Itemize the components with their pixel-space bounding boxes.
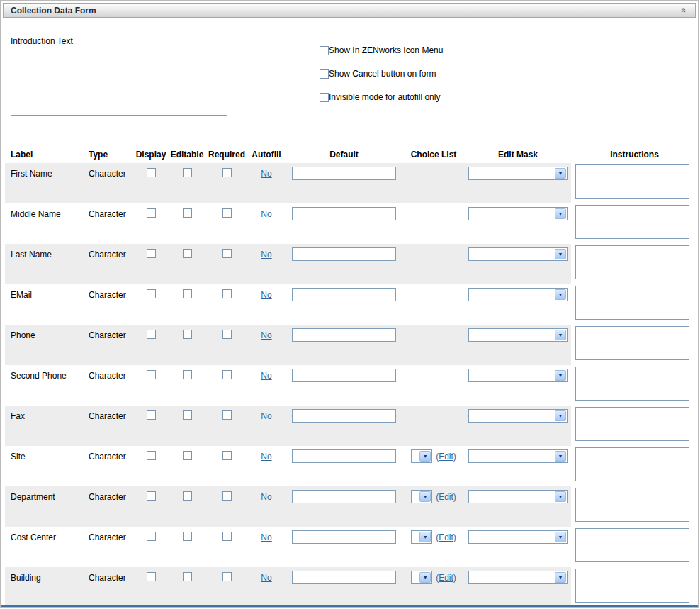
autofill-link[interactable]: No xyxy=(261,209,271,219)
autofill-link[interactable]: No xyxy=(261,492,271,502)
default-input[interactable] xyxy=(292,571,396,584)
display-checkbox[interactable] xyxy=(147,532,156,541)
editable-checkbox[interactable] xyxy=(183,168,192,177)
field-label: Middle Name xyxy=(11,203,89,219)
choice-list-select[interactable]: ▼ xyxy=(411,571,432,584)
default-input[interactable] xyxy=(292,530,396,544)
choice-list-select[interactable]: ▼ xyxy=(411,490,432,503)
field-type: Character xyxy=(89,527,134,542)
display-checkbox[interactable] xyxy=(147,289,156,298)
chevron-down-icon: ▼ xyxy=(555,532,566,542)
edit-mask-select[interactable]: ▼ xyxy=(468,530,568,544)
choice-list-edit-link[interactable]: (Edit) xyxy=(436,492,456,502)
option-checkbox[interactable] xyxy=(320,69,329,79)
display-checkbox[interactable] xyxy=(147,451,156,460)
instructions-textarea[interactable] xyxy=(575,164,689,199)
autofill-link[interactable]: No xyxy=(261,411,271,421)
fields-table: Label Type Display Editable Required Aut… xyxy=(5,150,694,608)
default-input[interactable] xyxy=(292,369,396,382)
edit-mask-select[interactable]: ▼ xyxy=(468,207,568,220)
instructions-textarea[interactable] xyxy=(575,447,689,481)
required-checkbox[interactable] xyxy=(222,491,232,501)
autofill-link[interactable]: No xyxy=(261,371,271,381)
required-checkbox[interactable] xyxy=(222,451,232,460)
default-input[interactable] xyxy=(292,409,396,423)
editable-checkbox[interactable] xyxy=(183,451,192,460)
edit-mask-select[interactable]: ▼ xyxy=(468,490,568,503)
edit-mask-select[interactable]: ▼ xyxy=(468,449,568,463)
instructions-textarea[interactable] xyxy=(575,245,689,279)
required-checkbox[interactable] xyxy=(222,410,232,420)
display-checkbox[interactable] xyxy=(147,249,156,258)
default-input[interactable] xyxy=(292,247,396,261)
autofill-link[interactable]: No xyxy=(261,250,271,259)
autofill-link[interactable]: No xyxy=(261,532,271,542)
required-checkbox[interactable] xyxy=(222,330,232,339)
editable-checkbox[interactable] xyxy=(183,208,192,218)
instructions-textarea[interactable] xyxy=(575,205,689,239)
instructions-textarea[interactable] xyxy=(575,569,689,603)
introduction-textarea[interactable] xyxy=(11,50,227,116)
default-input[interactable] xyxy=(292,490,396,503)
display-checkbox[interactable] xyxy=(147,491,156,501)
instructions-textarea[interactable] xyxy=(575,286,689,320)
instructions-textarea[interactable] xyxy=(575,367,689,401)
chevron-down-icon: ▼ xyxy=(555,168,566,179)
required-checkbox[interactable] xyxy=(222,572,232,581)
default-input[interactable] xyxy=(292,167,396,180)
choice-list-edit-link[interactable]: (Edit) xyxy=(436,573,456,583)
choice-list-edit-link[interactable]: (Edit) xyxy=(436,532,456,542)
editable-checkbox[interactable] xyxy=(183,572,192,581)
collapse-button[interactable]: » xyxy=(677,6,689,16)
editable-checkbox[interactable] xyxy=(183,491,192,501)
autofill-link[interactable]: No xyxy=(261,452,271,462)
display-checkbox[interactable] xyxy=(147,330,156,339)
instructions-textarea[interactable] xyxy=(575,488,689,522)
instructions-textarea[interactable] xyxy=(575,528,689,562)
required-checkbox[interactable] xyxy=(222,532,232,541)
edit-mask-select[interactable]: ▼ xyxy=(468,247,568,261)
autofill-link[interactable]: No xyxy=(261,169,271,179)
editable-checkbox[interactable] xyxy=(183,330,192,339)
editable-checkbox[interactable] xyxy=(183,370,192,379)
autofill-link[interactable]: No xyxy=(261,290,271,300)
field-type: Character xyxy=(89,203,134,219)
edit-mask-select[interactable]: ▼ xyxy=(468,288,568,301)
default-input[interactable] xyxy=(292,449,396,463)
choice-list-select[interactable]: ▼ xyxy=(411,449,432,463)
required-checkbox[interactable] xyxy=(222,208,232,218)
instructions-textarea[interactable] xyxy=(575,407,689,441)
editable-checkbox[interactable] xyxy=(183,289,192,298)
default-input[interactable] xyxy=(292,288,396,301)
edit-mask-select[interactable]: ▼ xyxy=(468,571,568,584)
editable-checkbox[interactable] xyxy=(183,410,192,420)
edit-mask-select[interactable]: ▼ xyxy=(468,409,568,423)
autofill-link[interactable]: No xyxy=(261,330,271,340)
option-checkbox[interactable] xyxy=(320,46,329,55)
display-checkbox[interactable] xyxy=(147,168,156,177)
field-type: Character xyxy=(89,406,134,421)
display-checkbox[interactable] xyxy=(147,572,156,581)
required-checkbox[interactable] xyxy=(222,249,232,258)
chevron-down-icon: ▼ xyxy=(419,532,431,542)
choice-list-select[interactable]: ▼ xyxy=(411,530,432,544)
edit-mask-select[interactable]: ▼ xyxy=(468,167,568,180)
edit-mask-select[interactable]: ▼ xyxy=(468,328,568,342)
required-checkbox[interactable] xyxy=(222,370,232,379)
table-row: Fax Character No ▼ xyxy=(5,406,694,446)
required-checkbox[interactable] xyxy=(222,168,232,177)
edit-mask-select[interactable]: ▼ xyxy=(468,369,568,382)
option-checkbox[interactable] xyxy=(320,93,329,102)
autofill-link[interactable]: No xyxy=(261,573,271,583)
instructions-textarea[interactable] xyxy=(575,326,689,360)
default-input[interactable] xyxy=(292,207,396,220)
editable-checkbox[interactable] xyxy=(183,532,192,541)
table-header-row: Label Type Display Editable Required Aut… xyxy=(5,150,694,162)
choice-list-edit-link[interactable]: (Edit) xyxy=(436,452,456,462)
display-checkbox[interactable] xyxy=(147,208,156,218)
display-checkbox[interactable] xyxy=(147,410,156,420)
default-input[interactable] xyxy=(292,328,396,342)
display-checkbox[interactable] xyxy=(147,370,156,379)
required-checkbox[interactable] xyxy=(222,289,232,298)
editable-checkbox[interactable] xyxy=(183,249,192,258)
